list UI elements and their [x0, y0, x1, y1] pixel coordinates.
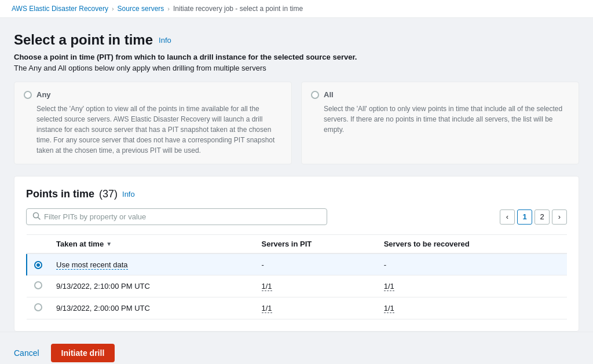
servers-to-recover-value: 1/1 — [384, 282, 394, 291]
cell-servers-to-recover: 1/1 — [377, 275, 567, 297]
pit-header: Points in time (37) Info — [26, 188, 567, 200]
page-title: Select a point in time — [14, 32, 153, 48]
option-cards: Any Select the 'Any' option to view all … — [14, 82, 579, 164]
radio-any[interactable] — [24, 91, 32, 99]
initiate-drill-button[interactable]: Initiate drill — [51, 344, 115, 362]
svg-line-1 — [38, 218, 41, 220]
breadcrumb-current: Initiate recovery job - select a point i… — [173, 5, 303, 13]
table-row[interactable]: 9/13/2022, 2:10:00 PM UTC1/11/1 — [27, 275, 567, 297]
option-any-title: Any — [36, 90, 51, 99]
breadcrumb-elastic-dr[interactable]: AWS Elastic Disaster Recovery — [12, 5, 108, 13]
option-any-desc: Select the 'Any' option to view all of t… — [24, 104, 282, 156]
breadcrumb: AWS Elastic Disaster Recovery › Source s… — [0, 0, 593, 18]
pit-title: Points in time — [26, 188, 94, 200]
radio-unselected[interactable] — [34, 281, 42, 289]
desc-bold: Choose a point in time (PIT) from which … — [14, 53, 579, 61]
table-header-row: Taken at time ▼ Servers in PIT Servers t… — [27, 235, 567, 254]
option-card-all[interactable]: All Select the 'All' option to only view… — [301, 82, 579, 164]
th-servers-to-recover: Servers to be recovered — [377, 235, 567, 254]
table-row[interactable]: 9/13/2022, 2:00:00 PM UTC1/11/1 — [27, 297, 567, 319]
cell-servers-in-pit: 1/1 — [255, 275, 377, 297]
pagination-page-1[interactable]: 1 — [517, 209, 532, 225]
pit-info-link[interactable]: Info — [122, 190, 135, 198]
servers-in-pit-value: 1/1 — [262, 282, 272, 291]
pit-count: (37) — [99, 188, 118, 200]
cell-taken-at: 9/13/2022, 2:10:00 PM UTC — [49, 275, 255, 297]
th-taken-at[interactable]: Taken at time ▼ — [49, 235, 255, 254]
option-any-header: Any — [24, 90, 282, 99]
cell-taken-at: 9/13/2022, 2:00:00 PM UTC — [49, 297, 255, 319]
most-recent-label[interactable]: Use most recent data — [56, 260, 128, 270]
option-all-desc: Select the 'All' option to only view poi… — [311, 104, 569, 135]
radio-unselected[interactable] — [34, 303, 42, 311]
search-input[interactable] — [44, 212, 321, 221]
search-icon — [32, 212, 41, 222]
cell-taken-at: Use most recent data — [49, 253, 255, 275]
page-info-link[interactable]: Info — [159, 36, 171, 45]
servers-to-recover-value: 1/1 — [384, 304, 394, 313]
option-all-header: All — [311, 90, 569, 99]
sort-icon: ▼ — [106, 241, 112, 247]
pagination-page-2[interactable]: 2 — [535, 209, 550, 225]
breadcrumb-sep-2: › — [167, 5, 170, 12]
servers-in-pit-value: 1/1 — [262, 304, 272, 313]
radio-all[interactable] — [311, 91, 319, 99]
desc-normal: The Any and All options below only apply… — [14, 64, 579, 72]
breadcrumb-source-servers[interactable]: Source servers — [118, 5, 164, 13]
cell-servers-to-recover: 1/1 — [377, 297, 567, 319]
cancel-button[interactable]: Cancel — [14, 348, 39, 358]
pit-table-body: Use most recent data--9/13/2022, 2:10:00… — [27, 253, 567, 319]
pagination-prev[interactable]: ‹ — [500, 209, 515, 225]
radio-cell[interactable] — [27, 297, 49, 319]
option-card-any[interactable]: Any Select the 'Any' option to view all … — [14, 82, 292, 164]
radio-cell[interactable] — [27, 275, 49, 297]
radio-cell[interactable] — [27, 253, 49, 275]
pit-panel: Points in time (37) Info ‹ 1 2 › — [14, 176, 579, 332]
cell-servers-in-pit: 1/1 — [255, 297, 377, 319]
table-row[interactable]: Use most recent data-- — [27, 253, 567, 275]
radio-selected[interactable] — [34, 261, 42, 269]
th-servers-in-pit: Servers in PIT — [255, 235, 377, 254]
search-wrapper — [26, 208, 327, 225]
cell-servers-in-pit: - — [255, 253, 377, 275]
breadcrumb-sep-1: › — [112, 5, 114, 12]
option-all-title: All — [324, 90, 334, 99]
pagination: ‹ 1 2 › — [500, 209, 567, 225]
pagination-next[interactable]: › — [552, 209, 567, 225]
search-pagination-row: ‹ 1 2 › — [26, 208, 567, 225]
th-select — [27, 235, 49, 254]
footer-area: Cancel Initiate drill — [0, 332, 593, 364]
page-title-area: Select a point in time Info — [14, 32, 579, 48]
main-content: Select a point in time Info Choose a poi… — [0, 18, 593, 332]
cell-servers-to-recover: - — [377, 253, 567, 275]
pit-table: Taken at time ▼ Servers in PIT Servers t… — [26, 234, 567, 319]
